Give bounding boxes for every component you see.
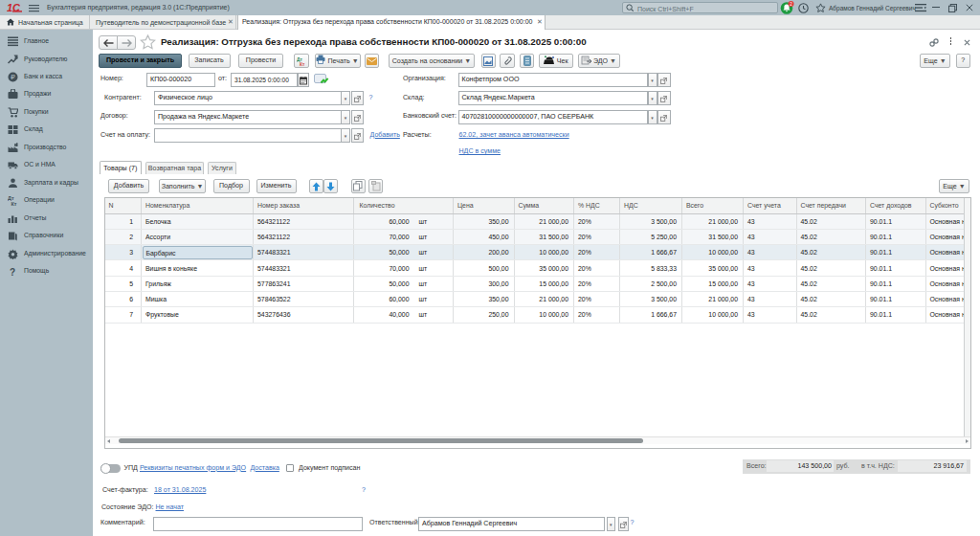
svg-text:2: 2 bbox=[790, 2, 792, 7]
svg-text:Кт: Кт bbox=[300, 61, 305, 66]
svg-text:?: ? bbox=[10, 267, 15, 277]
svg-text:₽: ₽ bbox=[11, 73, 15, 81]
svg-text:Кт: Кт bbox=[11, 201, 17, 207]
